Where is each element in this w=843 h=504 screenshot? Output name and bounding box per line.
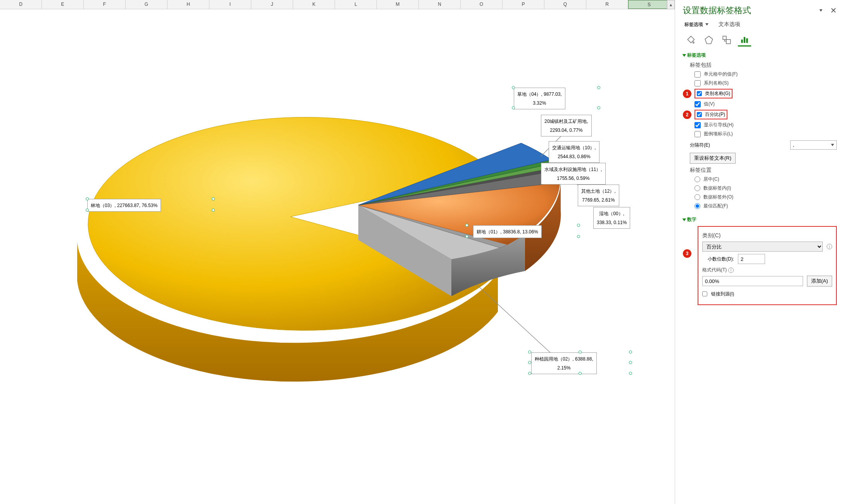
selection-handle[interactable] xyxy=(512,86,515,89)
chart-options-icon[interactable] xyxy=(738,33,751,47)
radio-center[interactable]: 居中(C) xyxy=(694,176,837,183)
svg-marker-0 xyxy=(705,36,713,44)
cb-label: 系列名称(S) xyxy=(704,80,729,86)
checkbox[interactable] xyxy=(697,91,702,96)
cb-leader-lines[interactable]: 显示引导线(H) xyxy=(694,122,837,128)
effects-icon[interactable] xyxy=(702,33,715,47)
radio[interactable] xyxy=(694,185,700,191)
radio-label: 数据标签内(I) xyxy=(703,185,731,192)
label-text: 20城镇村及工矿用地, xyxy=(544,119,588,124)
label-grass[interactable]: 草地（04）, 9877.03,3.32% xyxy=(514,88,565,109)
radio-label: 居中(C) xyxy=(703,176,719,183)
selection-handle[interactable] xyxy=(577,235,580,238)
col-R[interactable]: R xyxy=(586,0,628,9)
checkbox[interactable] xyxy=(697,112,702,117)
decimals-input[interactable] xyxy=(738,254,765,264)
selection-handle[interactable] xyxy=(577,224,580,227)
tab-text-options[interactable]: 文本选项 xyxy=(719,21,740,28)
radio[interactable] xyxy=(694,176,700,182)
col-K[interactable]: K xyxy=(293,0,335,9)
cb-percent[interactable]: 百分比(P) xyxy=(694,110,727,119)
selection-handle[interactable] xyxy=(528,350,531,354)
tab-label-options[interactable]: 标签选项 xyxy=(684,21,708,28)
checkbox[interactable] xyxy=(694,101,701,107)
label-plant[interactable]: 种植园用地（02）, 6388.88,2.15% xyxy=(531,352,597,374)
radio-bestfit[interactable]: 最佳匹配(F) xyxy=(694,203,837,209)
info-icon[interactable]: i xyxy=(728,268,734,273)
cb-cell-value[interactable]: 单元格中的值(F) xyxy=(694,71,837,78)
size-icon[interactable] xyxy=(720,33,733,47)
cb-category-name[interactable]: 类别名称(G) xyxy=(694,89,732,98)
scroll-up-button[interactable]: ▴ xyxy=(667,0,675,9)
section-number[interactable]: 数字 xyxy=(683,216,837,223)
checkbox[interactable] xyxy=(694,80,701,86)
selection-handle[interactable] xyxy=(212,197,215,200)
panel-dropdown-icon[interactable] xyxy=(819,9,822,12)
selection-handle[interactable] xyxy=(597,106,600,109)
section-label-options[interactable]: 标签选项 xyxy=(683,52,837,59)
radio-inside[interactable]: 数据标签内(I) xyxy=(694,185,837,192)
col-I[interactable]: I xyxy=(209,0,251,9)
add-button[interactable]: 添加(A) xyxy=(807,276,832,287)
radio[interactable] xyxy=(694,203,700,209)
col-O[interactable]: O xyxy=(461,0,503,9)
col-D[interactable]: D xyxy=(0,0,42,9)
selection-handle[interactable] xyxy=(86,197,89,200)
col-L[interactable]: L xyxy=(335,0,377,9)
selection-handle[interactable] xyxy=(528,372,531,375)
radio[interactable] xyxy=(694,194,700,200)
info-icon[interactable]: i xyxy=(827,244,832,249)
label-wetland[interactable]: 湿地（00）,338.33, 0.11% xyxy=(593,207,630,229)
col-J[interactable]: J xyxy=(251,0,293,9)
col-M[interactable]: M xyxy=(377,0,419,9)
checkbox[interactable] xyxy=(694,122,701,128)
col-Q[interactable]: Q xyxy=(544,0,586,9)
pie-chart[interactable] xyxy=(56,91,599,440)
col-S[interactable]: S xyxy=(628,0,670,9)
num-category-select[interactable]: 百分比 xyxy=(702,242,823,252)
link-source-checkbox[interactable] xyxy=(702,289,707,299)
separator-value: , xyxy=(793,142,794,148)
selection-handle[interactable] xyxy=(579,350,582,354)
selection-handle[interactable] xyxy=(579,372,582,375)
separator-label: 分隔符(E) xyxy=(690,142,710,148)
selection-handle[interactable] xyxy=(629,361,632,364)
checkbox[interactable] xyxy=(694,71,701,78)
checkbox[interactable] xyxy=(694,131,701,137)
label-cultivated[interactable]: 耕地（01）, 38836.8, 13.06% xyxy=(473,225,542,238)
selection-handle[interactable] xyxy=(86,209,89,212)
radio-outside[interactable]: 数据标签外(O) xyxy=(694,194,837,200)
selection-handle[interactable] xyxy=(597,86,600,89)
decimals-label: 小数位数(D): xyxy=(708,256,734,262)
selection-handle[interactable] xyxy=(212,209,215,212)
col-G[interactable]: G xyxy=(126,0,168,9)
fill-icon[interactable] xyxy=(684,33,698,47)
cb-series-name[interactable]: 系列名称(S) xyxy=(694,80,837,86)
separator-select[interactable]: , xyxy=(790,140,837,150)
label-other[interactable]: 其他土地（12）,7769.65, 2.61% xyxy=(578,185,619,206)
label-forest[interactable]: 林地（03）, 227663.87, 76.53% xyxy=(87,199,161,212)
selection-handle[interactable] xyxy=(512,106,515,109)
selection-handle[interactable] xyxy=(528,361,531,364)
format-code-input[interactable] xyxy=(702,276,803,286)
selection-handle[interactable] xyxy=(465,224,468,227)
col-H[interactable]: H xyxy=(168,0,209,9)
selection-handle[interactable] xyxy=(629,372,632,375)
cb-value[interactable]: 值(V) xyxy=(694,101,837,107)
label-town[interactable]: 20城镇村及工矿用地,2293.04, 0.77% xyxy=(541,115,592,136)
svg-rect-4 xyxy=(744,37,745,43)
col-P[interactable]: P xyxy=(503,0,544,9)
cb-legend-key[interactable]: 图例项标示(L) xyxy=(694,131,837,137)
reset-label-text-button[interactable]: 重设标签文本(R) xyxy=(690,153,736,164)
selection-handle[interactable] xyxy=(465,235,468,238)
label-water[interactable]: 水域及水利设施用地（11）,1755.56, 0.59% xyxy=(541,163,606,185)
close-icon[interactable]: ✕ xyxy=(830,6,837,15)
format-code-label: 格式代码(T) xyxy=(702,267,727,273)
col-N[interactable]: N xyxy=(419,0,461,9)
col-E[interactable]: E xyxy=(42,0,84,9)
selection-handle[interactable] xyxy=(629,350,632,354)
chart-area[interactable]: 林地（03）, 227663.87, 76.53% 草地（04）, 9877.0… xyxy=(0,9,675,504)
col-F[interactable]: F xyxy=(84,0,126,9)
label-traffic[interactable]: 交通运输用地（10）,2544.83, 0.86% xyxy=(549,141,599,163)
expand-icon xyxy=(682,54,686,57)
